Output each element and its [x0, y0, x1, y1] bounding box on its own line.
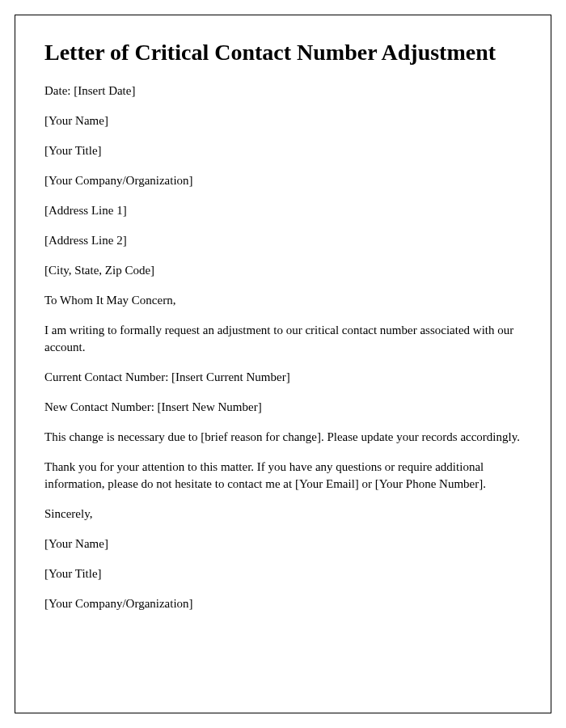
date-line: Date: [Insert Date]: [44, 83, 522, 99]
city-state-zip: [City, State, Zip Code]: [44, 262, 522, 279]
intro-paragraph: I am writing to formally request an adju…: [44, 322, 522, 356]
address-line-2: [Address Line 2]: [44, 232, 522, 249]
sender-title: [Your Title]: [44, 142, 522, 159]
current-contact-number: Current Contact Number: [Insert Current …: [44, 369, 522, 386]
sender-name: [Your Name]: [44, 112, 522, 129]
signature-name: [Your Name]: [44, 535, 522, 552]
closing: Sincerely,: [44, 506, 522, 523]
signature-title: [Your Title]: [44, 565, 522, 582]
signature-company: [Your Company/Organization]: [44, 595, 522, 612]
address-line-1: [Address Line 1]: [44, 202, 522, 219]
reason-paragraph: This change is necessary due to [brief r…: [44, 429, 522, 446]
salutation: To Whom It May Concern,: [44, 292, 522, 309]
letter-page: Letter of Critical Contact Number Adjust…: [15, 15, 551, 713]
thanks-paragraph: Thank you for your attention to this mat…: [44, 459, 522, 493]
sender-company: [Your Company/Organization]: [44, 172, 522, 189]
new-contact-number: New Contact Number: [Insert New Number]: [44, 399, 522, 416]
letter-title: Letter of Critical Contact Number Adjust…: [44, 38, 522, 66]
